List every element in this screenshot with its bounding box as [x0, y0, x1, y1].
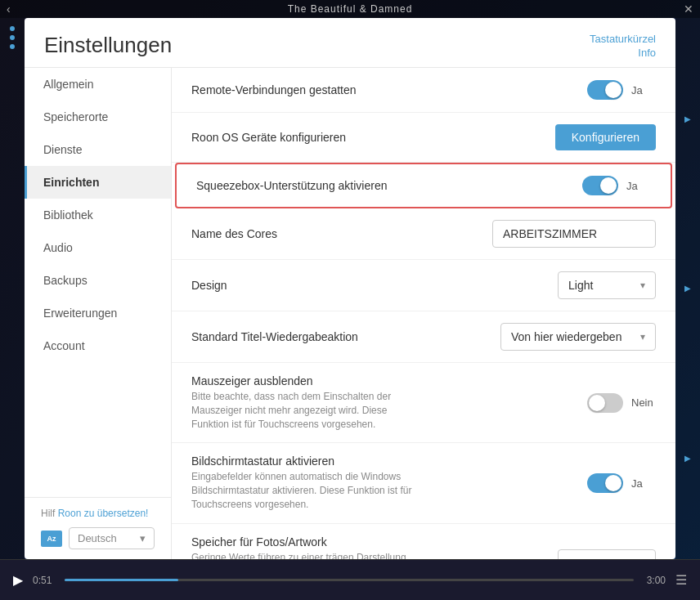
toggle-knob-screen-keyboard — [605, 475, 621, 491]
track-play-icon[interactable]: ▶ — [684, 114, 691, 123]
button-roon-os[interactable]: Konfigurieren — [555, 124, 656, 150]
toggle-remote-connections[interactable] — [587, 80, 623, 100]
time-start: 0:51 — [33, 575, 52, 586]
setting-sublabel-screen-keyboard: Eingabefelder können automatisch die Win… — [191, 470, 420, 511]
setting-control-squeezebox: Ja — [582, 176, 651, 195]
sidebar: AllgemeinSpeicherorteDiensteEinrichtenBi… — [25, 68, 171, 497]
toggle-label-screen-keyboard: Ja — [631, 477, 656, 490]
modal-header: Einstellungen Tastaturkürzel Info — [25, 18, 675, 68]
input-core-name[interactable] — [492, 220, 656, 248]
toggle-knob-hide-cursor — [589, 395, 605, 411]
setting-control-roon-os: Konfigurieren — [555, 124, 656, 150]
setting-control-screen-keyboard: Ja — [587, 473, 656, 493]
setting-label-squeezebox: Squeezebox-Unterstützung aktivieren — [196, 179, 582, 192]
lang-dropdown[interactable]: Deutsch ▾ — [69, 527, 155, 549]
progress-fill — [65, 579, 178, 581]
setting-sublabel-artwork-cache: Geringe Werte führen zu einer trägen Dar… — [191, 551, 420, 559]
toggle-screen-keyboard[interactable] — [587, 473, 623, 493]
setting-label-playback-action: Standard Titel-Wiedergabeaktion — [191, 330, 500, 343]
sidebar-item-allgemein[interactable]: Allgemein — [25, 68, 171, 101]
settings-row-playback-action: Standard Titel-WiedergabeaktionVon hier … — [172, 311, 675, 363]
outer-left-panel — [0, 18, 25, 559]
info-link[interactable]: Info — [638, 47, 656, 59]
dropdown-artwork-cache[interactable]: 256 MB▾ — [558, 549, 656, 559]
settings-row-roon-os: Roon OS Geräte konfigurierenKonfiguriere… — [172, 113, 675, 163]
settings-modal: Einstellungen Tastaturkürzel Info Allgem… — [25, 18, 675, 559]
setting-label-design: Design — [191, 279, 558, 292]
queue-icon[interactable]: ☰ — [675, 572, 687, 588]
setting-control-remote-connections: Ja — [587, 80, 656, 100]
sidebar-item-dienste[interactable]: Dienste — [25, 133, 171, 166]
back-button[interactable]: ‹ — [7, 2, 11, 16]
dropdown-arrow-icon-playback-action: ▾ — [640, 331, 645, 343]
setting-label-core-name: Name des Cores — [191, 227, 492, 240]
indicator-dot — [10, 35, 15, 40]
settings-row-core-name: Name des Cores — [172, 208, 675, 260]
track-play-icon[interactable]: ▶ — [684, 284, 691, 293]
setting-control-artwork-cache: 256 MB▾ — [558, 549, 656, 559]
setting-label-roon-os: Roon OS Geräte konfigurieren — [191, 131, 555, 144]
help-text: Hilf — [41, 508, 58, 519]
sidebar-item-backups[interactable]: Backups — [25, 264, 171, 297]
sidebar-item-einrichten[interactable]: Einrichten — [25, 166, 171, 199]
top-bar: ‹ The Beautiful & Damned ✕ — [0, 0, 700, 18]
toggle-knob-remote-connections — [605, 82, 621, 98]
settings-row-remote-connections: Remote-Verbindungen gestattenJa — [172, 68, 675, 113]
sidebar-item-bibliothek[interactable]: Bibliothek — [25, 199, 171, 231]
outer-right-panel: ▶ ▶ ▶ — [675, 18, 700, 559]
setting-label-remote-connections: Remote-Verbindungen gestatten — [191, 83, 587, 96]
dropdown-playback-action[interactable]: Von hier wiedergeben▾ — [500, 323, 656, 351]
play-button[interactable]: ▶ — [13, 572, 23, 588]
modal-body: AllgemeinSpeicherorteDiensteEinrichtenBi… — [25, 68, 675, 559]
sidebar-item-erweiterungen[interactable]: Erweiterungen — [25, 297, 171, 329]
setting-label-hide-cursor: Mauszeiger ausblendenBitte beachte, dass… — [191, 374, 587, 431]
setting-label-artwork-cache: Speicher für Fotos/ArtworkGeringe Werte … — [191, 535, 558, 559]
indicator-dot — [10, 44, 15, 49]
settings-row-design: DesignLight▾ — [172, 260, 675, 311]
toggle-knob-squeezebox — [600, 177, 617, 194]
toggle-label-squeezebox: Ja — [626, 180, 651, 192]
header-links: Tastaturkürzel Info — [590, 33, 656, 59]
sidebar-footer: Hilf Roon zu übersetzen! Az Deutsch ▾ — [25, 497, 171, 559]
progress-bar[interactable] — [65, 579, 633, 581]
setting-control-playback-action: Von hier wiedergeben▾ — [500, 323, 656, 351]
sidebar-wrapper: AllgemeinSpeicherorteDiensteEinrichtenBi… — [25, 68, 172, 559]
toggle-label-hide-cursor: Nein — [631, 396, 656, 409]
setting-sublabel-hide-cursor: Bitte beachte, dass nach dem Einschalten… — [191, 390, 420, 431]
modal-title: Einstellungen — [44, 33, 172, 58]
setting-control-design: Light▾ — [558, 271, 656, 299]
dropdown-value-design: Light — [568, 279, 593, 292]
lang-value: Deutsch — [78, 532, 117, 544]
translate-link[interactable]: Roon zu übersetzen! — [58, 508, 149, 519]
keyboard-shortcuts-link[interactable]: Tastaturkürzel — [590, 33, 656, 45]
dropdown-arrow-icon-design: ▾ — [640, 280, 645, 291]
close-button[interactable]: ✕ — [684, 2, 693, 16]
time-end: 3:00 — [647, 575, 666, 586]
indicator-dot — [10, 26, 15, 31]
settings-row-artwork-cache: Speicher für Fotos/ArtworkGeringe Werte … — [172, 524, 675, 559]
dropdown-value-playback-action: Von hier wiedergeben — [511, 330, 621, 343]
toggle-label-remote-connections: Ja — [631, 84, 656, 96]
settings-row-squeezebox: Squeezebox-Unterstützung aktivierenJa — [175, 163, 672, 208]
sidebar-item-account[interactable]: Account — [25, 329, 171, 362]
setting-control-core-name — [492, 220, 656, 248]
language-selector: Az Deutsch ▾ — [41, 527, 155, 549]
top-bar-title: The Beautiful & Damned — [288, 3, 413, 15]
setting-label-screen-keyboard: Bildschirmtastatur aktivierenEingabefeld… — [191, 454, 587, 511]
player-bar: ▶ 0:51 3:00 ☰ — [0, 559, 700, 600]
settings-content: Remote-Verbindungen gestattenJaRoon OS G… — [172, 68, 675, 559]
settings-row-screen-keyboard: Bildschirmtastatur aktivierenEingabefeld… — [172, 443, 675, 523]
track-play-icon[interactable]: ▶ — [684, 454, 691, 463]
toggle-squeezebox[interactable] — [582, 176, 618, 195]
sidebar-item-speicherorte[interactable]: Speicherorte — [25, 101, 171, 133]
lang-arrow-icon: ▾ — [140, 532, 146, 544]
sidebar-item-audio[interactable]: Audio — [25, 231, 171, 264]
setting-control-hide-cursor: Nein — [587, 393, 656, 413]
toggle-hide-cursor[interactable] — [587, 393, 623, 413]
dropdown-design[interactable]: Light▾ — [558, 271, 656, 299]
settings-row-hide-cursor: Mauszeiger ausblendenBitte beachte, dass… — [172, 363, 675, 443]
lang-icon: Az — [41, 531, 62, 547]
